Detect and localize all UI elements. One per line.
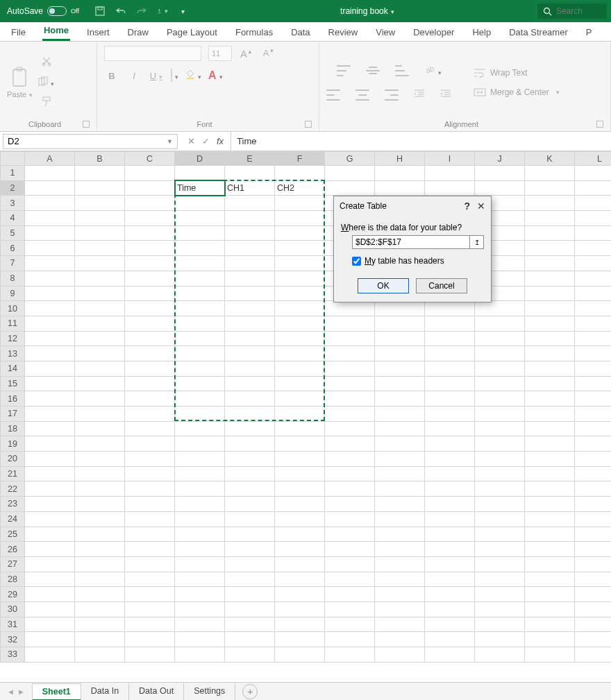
paste-button[interactable]: Paste <box>7 67 33 99</box>
cell-H25[interactable] <box>375 527 425 542</box>
cell-G20[interactable] <box>325 452 375 467</box>
cell-F2[interactable]: CH2 <box>275 180 325 196</box>
cell-I28[interactable] <box>425 572 475 587</box>
cell-F14[interactable] <box>275 361 325 376</box>
fill-color-icon[interactable] <box>185 69 201 82</box>
cell-J14[interactable] <box>475 361 525 376</box>
cell-I15[interactable] <box>425 376 475 391</box>
cell-F21[interactable] <box>275 466 325 481</box>
cell-E6[interactable] <box>225 241 275 256</box>
cell-F5[interactable] <box>275 225 325 241</box>
cell-A19[interactable] <box>25 436 75 452</box>
row-header-29[interactable]: 29 <box>1 587 25 602</box>
cell-J30[interactable] <box>475 601 525 617</box>
cell-J17[interactable] <box>475 407 525 422</box>
column-header-C[interactable]: C <box>125 152 175 166</box>
cell-A10[interactable] <box>25 301 75 316</box>
cell-L15[interactable] <box>575 376 612 391</box>
cell-F1[interactable] <box>275 166 325 181</box>
cell-A6[interactable] <box>25 241 75 256</box>
cell-D16[interactable] <box>175 391 225 407</box>
cell-J27[interactable] <box>475 556 525 572</box>
cell-E24[interactable] <box>225 511 275 527</box>
autosave-toggle[interactable]: AutoSave Off <box>0 6 86 16</box>
cell-E14[interactable] <box>225 361 275 376</box>
cell-A32[interactable] <box>25 632 75 647</box>
cell-A28[interactable] <box>25 572 75 587</box>
column-header-E[interactable]: E <box>225 152 275 166</box>
row-header-7[interactable]: 7 <box>1 256 25 271</box>
cell-K31[interactable] <box>525 617 575 632</box>
row-header-31[interactable]: 31 <box>1 617 25 632</box>
cell-I20[interactable] <box>425 452 475 467</box>
cell-A26[interactable] <box>25 542 75 557</box>
cell-I19[interactable] <box>425 436 475 452</box>
cell-D10[interactable] <box>175 301 225 316</box>
tab-insert[interactable]: Insert <box>85 24 111 41</box>
cell-K9[interactable] <box>525 286 575 301</box>
cell-K30[interactable] <box>525 601 575 617</box>
cell-C4[interactable] <box>125 211 175 226</box>
cell-C15[interactable] <box>125 376 175 391</box>
cell-L7[interactable] <box>575 256 612 271</box>
increase-indent-icon[interactable] <box>440 89 451 101</box>
cell-E8[interactable] <box>225 271 275 286</box>
range-collapse-icon[interactable]: ↥ <box>470 235 484 249</box>
row-header-6[interactable]: 6 <box>1 241 25 256</box>
cell-C17[interactable] <box>125 407 175 422</box>
cell-L22[interactable] <box>575 481 612 497</box>
row-header-5[interactable]: 5 <box>1 225 25 241</box>
cell-D17[interactable] <box>175 407 225 422</box>
cell-K15[interactable] <box>525 376 575 391</box>
decrease-font-icon[interactable]: A▼ <box>261 48 276 58</box>
cell-A9[interactable] <box>25 286 75 301</box>
headers-label[interactable]: My table has headers <box>365 256 444 266</box>
cell-E23[interactable] <box>225 497 275 512</box>
cell-K22[interactable] <box>525 481 575 497</box>
cell-L3[interactable] <box>575 196 612 211</box>
alignment-launcher-icon[interactable] <box>596 121 603 128</box>
cell-K14[interactable] <box>525 361 575 376</box>
cell-L25[interactable] <box>575 527 612 542</box>
fx-icon[interactable]: fx <box>217 136 224 146</box>
cell-E32[interactable] <box>225 632 275 647</box>
cell-F7[interactable] <box>275 256 325 271</box>
cell-F27[interactable] <box>275 556 325 572</box>
cell-C27[interactable] <box>125 556 175 572</box>
save-icon[interactable] <box>94 6 106 17</box>
cell-I30[interactable] <box>425 601 475 617</box>
cell-A13[interactable] <box>25 346 75 361</box>
cell-B5[interactable] <box>75 225 125 241</box>
merge-center-button[interactable]: Merge & Center <box>474 87 560 97</box>
cell-I23[interactable] <box>425 497 475 512</box>
tab-view[interactable]: View <box>374 24 396 41</box>
cell-E12[interactable] <box>225 331 275 346</box>
cell-D5[interactable] <box>175 225 225 241</box>
cell-A23[interactable] <box>25 497 75 512</box>
cell-E11[interactable] <box>225 316 275 331</box>
cell-L33[interactable] <box>575 647 612 663</box>
sheet-tab-data-out[interactable]: Data Out <box>129 683 184 700</box>
cell-B4[interactable] <box>75 211 125 226</box>
borders-icon[interactable] <box>171 69 178 82</box>
cell-D18[interactable] <box>175 421 225 436</box>
cell-G31[interactable] <box>325 617 375 632</box>
cell-H33[interactable] <box>375 647 425 663</box>
cell-G13[interactable] <box>325 346 375 361</box>
row-header-28[interactable]: 28 <box>1 572 25 587</box>
cell-A4[interactable] <box>25 211 75 226</box>
row-header-23[interactable]: 23 <box>1 497 25 512</box>
cell-D22[interactable] <box>175 481 225 497</box>
cell-L9[interactable] <box>575 286 612 301</box>
cell-E9[interactable] <box>225 286 275 301</box>
cell-J1[interactable] <box>475 166 525 181</box>
cell-K25[interactable] <box>525 527 575 542</box>
cell-E15[interactable] <box>225 376 275 391</box>
cell-A11[interactable] <box>25 316 75 331</box>
cell-D11[interactable] <box>175 316 225 331</box>
cell-J21[interactable] <box>475 466 525 481</box>
cell-F11[interactable] <box>275 316 325 331</box>
cell-H2[interactable] <box>375 180 425 196</box>
row-header-10[interactable]: 10 <box>1 301 25 316</box>
cell-F6[interactable] <box>275 241 325 256</box>
